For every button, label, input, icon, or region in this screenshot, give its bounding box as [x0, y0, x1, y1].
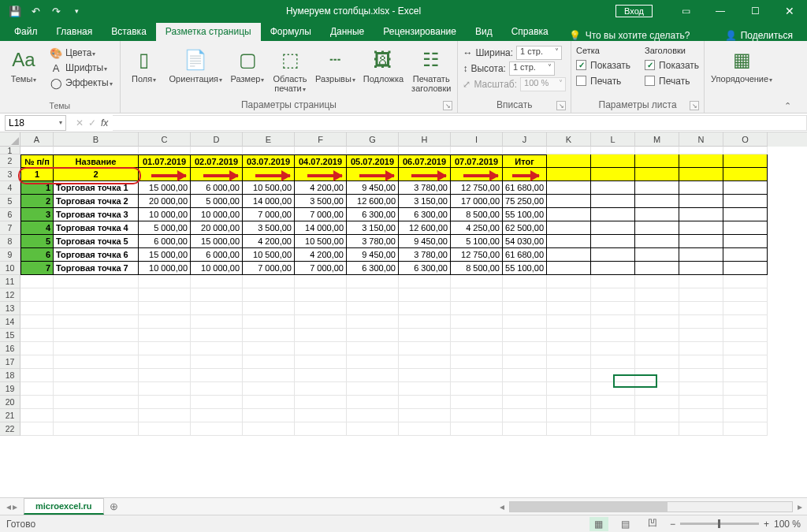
cell[interactable]	[635, 262, 679, 275]
cell[interactable]	[679, 248, 723, 262]
cell[interactable]	[723, 147, 768, 154]
cell[interactable]	[679, 409, 723, 422]
headings-view-checkbox[interactable]	[645, 60, 655, 70]
qat-customize-icon[interactable]: ▾	[68, 2, 85, 20]
cell[interactable]: 8 500,00	[451, 262, 503, 275]
cell[interactable]	[503, 382, 547, 396]
cell[interactable]	[591, 329, 635, 342]
hscroll-right-icon[interactable]: ▸	[798, 501, 802, 512]
cell[interactable]	[451, 288, 503, 302]
cell[interactable]: 15 000,00	[139, 181, 191, 195]
cell[interactable]	[399, 275, 451, 288]
cell[interactable]	[547, 181, 591, 195]
cell[interactable]	[591, 181, 635, 195]
cell[interactable]: 07.07.2019	[451, 154, 503, 168]
orientation-button[interactable]: 📄Ориентация	[168, 46, 224, 84]
cell[interactable]	[54, 396, 139, 409]
cell[interactable]	[54, 288, 139, 302]
cell[interactable]	[635, 396, 679, 409]
row-header[interactable]: 7	[0, 221, 20, 235]
cell[interactable]	[54, 369, 139, 382]
cell[interactable]	[139, 147, 191, 154]
cell[interactable]: 04.07.2019	[295, 154, 347, 168]
cell[interactable]	[635, 409, 679, 422]
cell[interactable]: 3 780,00	[399, 248, 451, 262]
hscroll-left-icon[interactable]: ◂	[500, 501, 504, 512]
cell[interactable]: 02.07.2019	[191, 154, 243, 168]
cell[interactable]: 2	[20, 195, 54, 208]
cell[interactable]: 3 150,00	[347, 221, 399, 235]
cell[interactable]	[243, 355, 295, 369]
cell[interactable]	[547, 147, 591, 154]
cell[interactable]	[347, 329, 399, 342]
cell[interactable]	[20, 288, 54, 302]
zoom-control[interactable]: − + 100 %	[670, 519, 801, 530]
cell[interactable]: 10 000,00	[139, 208, 191, 221]
cell[interactable]	[191, 168, 243, 181]
tab-formulas[interactable]: Формулы	[261, 23, 321, 41]
cell[interactable]	[347, 396, 399, 409]
cell[interactable]	[295, 288, 347, 302]
cell[interactable]	[591, 248, 635, 262]
cell[interactable]	[139, 355, 191, 369]
cell[interactable]	[591, 154, 635, 168]
cell[interactable]	[591, 302, 635, 315]
cell[interactable]: 8 500,00	[451, 208, 503, 221]
row-header[interactable]: 1	[0, 147, 20, 154]
tab-file[interactable]: Файл	[5, 23, 47, 41]
row-header[interactable]: 15	[0, 329, 20, 342]
cell[interactable]	[547, 355, 591, 369]
cell[interactable]: 4 200,00	[295, 181, 347, 195]
cell[interactable]	[635, 342, 679, 355]
cell[interactable]	[347, 409, 399, 422]
cell[interactable]	[591, 396, 635, 409]
cell[interactable]	[635, 302, 679, 315]
cell[interactable]	[679, 275, 723, 288]
cell[interactable]	[503, 422, 547, 436]
select-all-corner[interactable]	[0, 132, 20, 147]
cell[interactable]	[503, 396, 547, 409]
cell[interactable]	[547, 221, 591, 235]
cell[interactable]	[139, 342, 191, 355]
cell[interactable]: 4 200,00	[295, 248, 347, 262]
cell[interactable]: 05.07.2019	[347, 154, 399, 168]
cell[interactable]	[139, 275, 191, 288]
cell[interactable]	[295, 147, 347, 154]
size-button[interactable]: ▢Размер	[229, 46, 266, 84]
cell[interactable]	[723, 355, 768, 369]
cell[interactable]: 20 000,00	[191, 221, 243, 235]
cell[interactable]: 7 000,00	[295, 262, 347, 275]
cell[interactable]	[451, 422, 503, 436]
row-header[interactable]: 18	[0, 369, 20, 382]
row-header[interactable]: 21	[0, 409, 20, 422]
cell[interactable]	[723, 208, 768, 221]
cell[interactable]	[451, 168, 503, 181]
cell[interactable]	[139, 396, 191, 409]
cell[interactable]	[399, 315, 451, 329]
cell[interactable]: Итог	[503, 154, 547, 168]
cell[interactable]	[679, 147, 723, 154]
sheet-options-launcher[interactable]: ↘	[690, 101, 699, 110]
row-header[interactable]: 14	[0, 315, 20, 329]
cell[interactable]	[723, 275, 768, 288]
cell[interactable]: 12 600,00	[347, 195, 399, 208]
cell[interactable]: 55 100,00	[503, 262, 547, 275]
cell[interactable]	[54, 275, 139, 288]
cell[interactable]	[723, 154, 768, 168]
cell[interactable]	[191, 147, 243, 154]
cell[interactable]	[591, 355, 635, 369]
cell[interactable]: 3 500,00	[243, 221, 295, 235]
tab-review[interactable]: Рецензирование	[374, 23, 466, 41]
cell[interactable]	[191, 329, 243, 342]
row-header[interactable]: 12	[0, 288, 20, 302]
cell[interactable]	[191, 355, 243, 369]
cell[interactable]	[679, 154, 723, 168]
cell[interactable]	[20, 147, 54, 154]
cell[interactable]	[635, 329, 679, 342]
cell[interactable]: Торговая точка 1	[54, 181, 139, 195]
cell[interactable]	[295, 315, 347, 329]
tab-page-layout[interactable]: Разметка страницы	[156, 23, 261, 41]
cell[interactable]	[54, 315, 139, 329]
cell[interactable]: 5 000,00	[139, 221, 191, 235]
cell[interactable]: Торговая точка 3	[54, 208, 139, 221]
